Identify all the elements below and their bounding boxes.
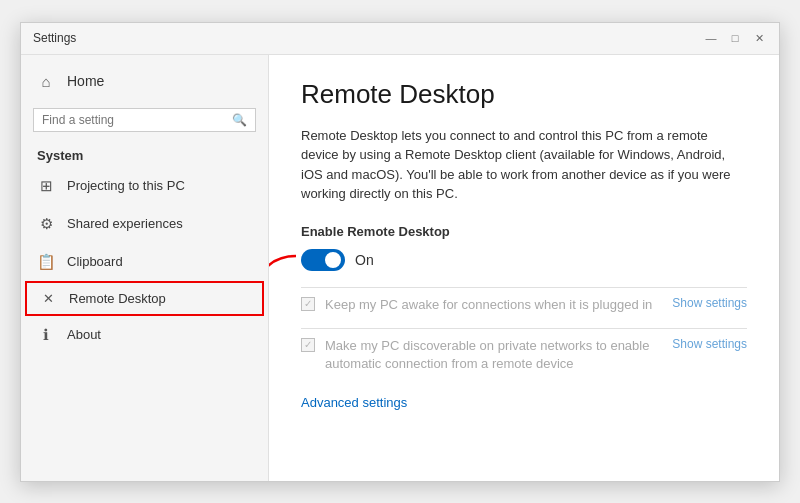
search-icon: 🔍 (232, 113, 247, 127)
about-icon: ℹ (37, 326, 55, 344)
search-box[interactable]: 🔍 (33, 108, 256, 132)
show-settings-1[interactable]: Show settings (672, 296, 747, 310)
settings-window: Settings — □ ✕ ⌂ Home 🔍 System ⊞ Project… (20, 22, 780, 482)
checkbox-1[interactable]: ✓ (301, 297, 315, 311)
maximize-button[interactable]: □ (727, 30, 743, 46)
sidebar-item-projecting-label: Projecting to this PC (67, 178, 185, 193)
divider-2 (301, 328, 747, 329)
projecting-icon: ⊞ (37, 177, 55, 195)
sidebar-item-home[interactable]: ⌂ Home (21, 63, 268, 100)
sidebar-item-shared[interactable]: ⚙ Shared experiences (21, 205, 268, 243)
checkbox-2-check: ✓ (304, 339, 312, 350)
checkbox-2-text: Make my PC discoverable on private netwo… (325, 337, 656, 373)
divider-1 (301, 287, 747, 288)
checkbox-row-1: ✓ Keep my PC awake for connections when … (301, 296, 747, 314)
window-title: Settings (33, 31, 76, 45)
home-label: Home (67, 73, 104, 89)
remote-desktop-icon: ✕ (39, 291, 57, 306)
window-controls: — □ ✕ (703, 30, 767, 46)
sidebar: ⌂ Home 🔍 System ⊞ Projecting to this PC … (21, 55, 269, 481)
sidebar-item-remote-desktop-label: Remote Desktop (69, 291, 166, 306)
title-bar: Settings — □ ✕ (21, 23, 779, 55)
advanced-settings-link[interactable]: Advanced settings (301, 395, 407, 410)
sidebar-item-remote-desktop[interactable]: ✕ Remote Desktop (25, 281, 264, 316)
sidebar-item-shared-label: Shared experiences (67, 216, 183, 231)
checkbox-2[interactable]: ✓ (301, 338, 315, 352)
checkbox-1-text: Keep my PC awake for connections when it… (325, 296, 652, 314)
page-title: Remote Desktop (301, 79, 747, 110)
close-button[interactable]: ✕ (751, 30, 767, 46)
content-area: ⌂ Home 🔍 System ⊞ Projecting to this PC … (21, 55, 779, 481)
show-settings-2[interactable]: Show settings (672, 337, 747, 351)
remote-desktop-toggle[interactable] (301, 249, 345, 271)
sidebar-item-about[interactable]: ℹ About (21, 316, 268, 354)
checkbox-row-2: ✓ Make my PC discoverable on private net… (301, 337, 747, 373)
sidebar-item-clipboard[interactable]: 📋 Clipboard (21, 243, 268, 281)
shared-icon: ⚙ (37, 215, 55, 233)
sidebar-section-title: System (21, 140, 268, 167)
minimize-button[interactable]: — (703, 30, 719, 46)
checkbox-1-check: ✓ (304, 298, 312, 309)
sidebar-item-projecting[interactable]: ⊞ Projecting to this PC (21, 167, 268, 205)
page-description: Remote Desktop lets you connect to and c… (301, 126, 731, 204)
toggle-state-label: On (355, 252, 374, 268)
search-input[interactable] (42, 113, 226, 127)
toggle-row: On (301, 249, 747, 271)
clipboard-icon: 📋 (37, 253, 55, 271)
sidebar-item-clipboard-label: Clipboard (67, 254, 123, 269)
sidebar-item-about-label: About (67, 327, 101, 342)
toggle-knob (325, 252, 341, 268)
enable-label: Enable Remote Desktop (301, 224, 747, 239)
main-content: Remote Desktop Remote Desktop lets you c… (269, 55, 779, 481)
home-icon: ⌂ (37, 73, 55, 90)
